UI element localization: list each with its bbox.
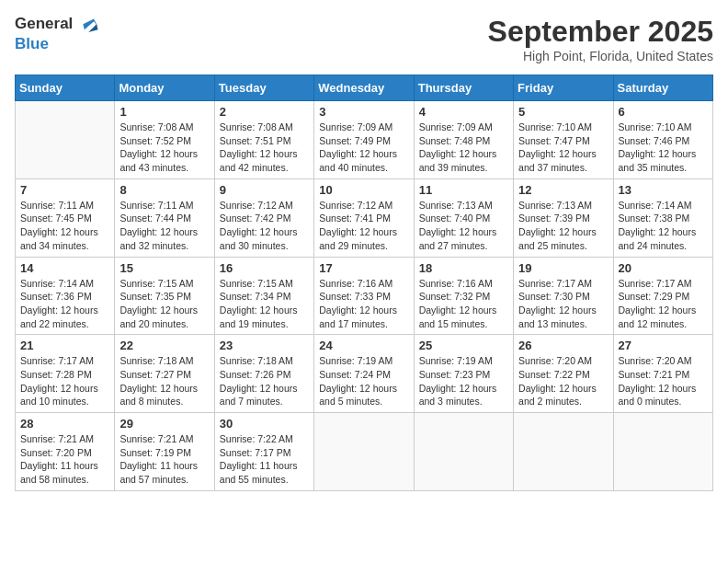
calendar-week-row: 7Sunrise: 7:11 AM Sunset: 7:45 PM Daylig…	[16, 178, 713, 257]
cell-details: Sunrise: 7:20 AM Sunset: 7:21 PM Dayligh…	[619, 354, 708, 408]
day-number: 29	[119, 417, 209, 431]
calendar-cell: 5Sunrise: 7:10 AM Sunset: 7:47 PM Daylig…	[514, 101, 613, 179]
day-number: 1	[119, 105, 209, 119]
calendar-week-row: 21Sunrise: 7:17 AM Sunset: 7:28 PM Dayli…	[16, 335, 713, 413]
calendar-cell: 27Sunrise: 7:20 AM Sunset: 7:21 PM Dayli…	[613, 335, 712, 413]
cell-details: Sunrise: 7:11 AM Sunset: 7:45 PM Dayligh…	[20, 199, 109, 253]
day-number: 11	[419, 183, 508, 197]
calendar-cell: 3Sunrise: 7:09 AM Sunset: 7:49 PM Daylig…	[314, 101, 414, 179]
calendar-cell: 1Sunrise: 7:08 AM Sunset: 7:52 PM Daylig…	[115, 101, 214, 179]
cell-details: Sunrise: 7:08 AM Sunset: 7:51 PM Dayligh…	[220, 121, 309, 175]
day-number: 14	[20, 261, 109, 275]
month-title: September 2025	[488, 15, 713, 49]
day-number: 13	[619, 183, 708, 197]
cell-details: Sunrise: 7:08 AM Sunset: 7:52 PM Dayligh…	[119, 121, 209, 175]
calendar-cell: 25Sunrise: 7:19 AM Sunset: 7:23 PM Dayli…	[414, 335, 513, 413]
day-number: 4	[419, 105, 508, 119]
day-number: 30	[220, 417, 309, 431]
cell-details: Sunrise: 7:17 AM Sunset: 7:28 PM Dayligh…	[20, 354, 109, 408]
col-header-thursday: Thursday	[414, 75, 513, 101]
cell-details: Sunrise: 7:12 AM Sunset: 7:42 PM Dayligh…	[220, 199, 309, 253]
cell-details: Sunrise: 7:10 AM Sunset: 7:46 PM Dayligh…	[619, 121, 708, 175]
cell-details: Sunrise: 7:18 AM Sunset: 7:26 PM Dayligh…	[220, 354, 309, 408]
cell-details: Sunrise: 7:16 AM Sunset: 7:32 PM Dayligh…	[419, 277, 508, 331]
day-number: 3	[319, 105, 408, 119]
calendar-cell: 22Sunrise: 7:18 AM Sunset: 7:27 PM Dayli…	[115, 335, 214, 413]
calendar-cell: 28Sunrise: 7:21 AM Sunset: 7:20 PM Dayli…	[16, 413, 115, 491]
cell-details: Sunrise: 7:21 AM Sunset: 7:20 PM Dayligh…	[20, 432, 109, 487]
day-number: 17	[319, 261, 408, 275]
calendar-cell: 2Sunrise: 7:08 AM Sunset: 7:51 PM Daylig…	[214, 101, 313, 179]
cell-details: Sunrise: 7:21 AM Sunset: 7:19 PM Dayligh…	[119, 432, 209, 487]
cell-details: Sunrise: 7:15 AM Sunset: 7:34 PM Dayligh…	[220, 277, 309, 331]
cell-details: Sunrise: 7:13 AM Sunset: 7:40 PM Dayligh…	[419, 199, 508, 253]
day-number: 2	[220, 105, 309, 119]
col-header-monday: Monday	[115, 75, 214, 101]
calendar-cell: 4Sunrise: 7:09 AM Sunset: 7:48 PM Daylig…	[414, 101, 513, 179]
calendar-cell: 30Sunrise: 7:22 AM Sunset: 7:17 PM Dayli…	[214, 413, 313, 491]
cell-details: Sunrise: 7:12 AM Sunset: 7:41 PM Dayligh…	[319, 199, 408, 253]
calendar-cell: 17Sunrise: 7:16 AM Sunset: 7:33 PM Dayli…	[314, 257, 414, 335]
day-number: 18	[419, 261, 508, 275]
calendar-cell	[414, 413, 513, 491]
day-number: 23	[220, 339, 309, 352]
calendar-cell: 20Sunrise: 7:17 AM Sunset: 7:29 PM Dayli…	[613, 257, 712, 335]
cell-details: Sunrise: 7:14 AM Sunset: 7:36 PM Dayligh…	[20, 277, 109, 331]
calendar-cell: 29Sunrise: 7:21 AM Sunset: 7:19 PM Dayli…	[115, 413, 214, 491]
day-number: 25	[419, 339, 508, 352]
cell-details: Sunrise: 7:09 AM Sunset: 7:49 PM Dayligh…	[319, 121, 408, 175]
cell-details: Sunrise: 7:17 AM Sunset: 7:29 PM Dayligh…	[619, 277, 708, 331]
cell-details: Sunrise: 7:17 AM Sunset: 7:30 PM Dayligh…	[518, 277, 608, 331]
day-number: 21	[20, 339, 109, 352]
cell-details: Sunrise: 7:16 AM Sunset: 7:33 PM Dayligh…	[319, 277, 408, 331]
logo-icon	[79, 15, 99, 35]
cell-details: Sunrise: 7:13 AM Sunset: 7:39 PM Dayligh…	[518, 199, 608, 253]
day-number: 24	[319, 339, 408, 352]
cell-details: Sunrise: 7:10 AM Sunset: 7:47 PM Dayligh…	[518, 121, 608, 175]
title-block: September 2025 High Point, Florida, Unit…	[488, 15, 713, 63]
calendar-cell: 11Sunrise: 7:13 AM Sunset: 7:40 PM Dayli…	[414, 178, 513, 257]
page-header: General Blue September 2025 High Point, …	[15, 15, 713, 63]
calendar-header-row: SundayMondayTuesdayWednesdayThursdayFrid…	[16, 75, 713, 101]
day-number: 20	[619, 261, 708, 275]
day-number: 28	[20, 417, 109, 431]
calendar-cell: 6Sunrise: 7:10 AM Sunset: 7:46 PM Daylig…	[613, 101, 712, 179]
col-header-wednesday: Wednesday	[314, 75, 414, 101]
day-number: 8	[119, 183, 209, 197]
calendar-week-row: 1Sunrise: 7:08 AM Sunset: 7:52 PM Daylig…	[16, 101, 713, 179]
logo: General Blue	[15, 15, 99, 53]
day-number: 7	[20, 183, 109, 197]
logo-text: General Blue	[15, 15, 99, 53]
calendar-cell: 15Sunrise: 7:15 AM Sunset: 7:35 PM Dayli…	[115, 257, 214, 335]
calendar-cell	[514, 413, 613, 491]
calendar-cell: 19Sunrise: 7:17 AM Sunset: 7:30 PM Dayli…	[514, 257, 613, 335]
col-header-friday: Friday	[514, 75, 613, 101]
cell-details: Sunrise: 7:18 AM Sunset: 7:27 PM Dayligh…	[119, 354, 209, 408]
col-header-sunday: Sunday	[16, 75, 115, 101]
calendar-cell: 23Sunrise: 7:18 AM Sunset: 7:26 PM Dayli…	[214, 335, 313, 413]
cell-details: Sunrise: 7:20 AM Sunset: 7:22 PM Dayligh…	[518, 354, 608, 408]
day-number: 22	[119, 339, 209, 352]
day-number: 26	[518, 339, 608, 352]
calendar-cell: 13Sunrise: 7:14 AM Sunset: 7:38 PM Dayli…	[613, 178, 712, 257]
cell-details: Sunrise: 7:19 AM Sunset: 7:24 PM Dayligh…	[319, 354, 408, 408]
calendar-cell: 12Sunrise: 7:13 AM Sunset: 7:39 PM Dayli…	[514, 178, 613, 257]
calendar-cell: 26Sunrise: 7:20 AM Sunset: 7:22 PM Dayli…	[514, 335, 613, 413]
cell-details: Sunrise: 7:22 AM Sunset: 7:17 PM Dayligh…	[220, 432, 309, 487]
calendar-cell: 16Sunrise: 7:15 AM Sunset: 7:34 PM Dayli…	[214, 257, 313, 335]
cell-details: Sunrise: 7:15 AM Sunset: 7:35 PM Dayligh…	[119, 277, 209, 331]
day-number: 12	[518, 183, 608, 197]
day-number: 5	[518, 105, 608, 119]
cell-details: Sunrise: 7:14 AM Sunset: 7:38 PM Dayligh…	[619, 199, 708, 253]
day-number: 19	[518, 261, 608, 275]
calendar-cell: 14Sunrise: 7:14 AM Sunset: 7:36 PM Dayli…	[16, 257, 115, 335]
cell-details: Sunrise: 7:19 AM Sunset: 7:23 PM Dayligh…	[419, 354, 508, 408]
calendar-cell: 7Sunrise: 7:11 AM Sunset: 7:45 PM Daylig…	[16, 178, 115, 257]
calendar-table: SundayMondayTuesdayWednesdayThursdayFrid…	[15, 75, 713, 491]
calendar-cell	[314, 413, 414, 491]
calendar-cell: 8Sunrise: 7:11 AM Sunset: 7:44 PM Daylig…	[115, 178, 214, 257]
cell-details: Sunrise: 7:11 AM Sunset: 7:44 PM Dayligh…	[119, 199, 209, 253]
calendar-cell: 24Sunrise: 7:19 AM Sunset: 7:24 PM Dayli…	[314, 335, 414, 413]
calendar-cell: 18Sunrise: 7:16 AM Sunset: 7:32 PM Dayli…	[414, 257, 513, 335]
col-header-tuesday: Tuesday	[214, 75, 313, 101]
